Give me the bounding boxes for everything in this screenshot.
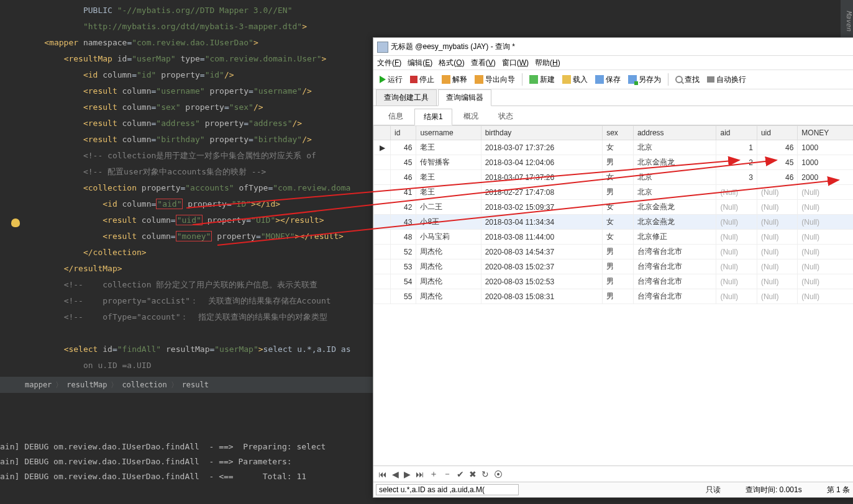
cell[interactable]: 45 [391, 155, 416, 170]
cell[interactable]: 1000 [798, 155, 853, 170]
code-line[interactable]: "http://mybatis.org/dtd/mybatis-3-mapper… [0, 19, 373, 35]
col-header[interactable]: address [633, 126, 716, 140]
cell[interactable] [374, 230, 391, 245]
nav-prev-icon[interactable]: ◀ [392, 469, 399, 479]
nav-ok-icon[interactable]: ✔ [457, 469, 464, 479]
cell[interactable]: 台湾省台北市 [633, 274, 716, 289]
cell[interactable]: 女 [603, 170, 634, 185]
breadcrumb[interactable]: mapper〉resultMap〉collection〉result [0, 377, 398, 393]
main-tabs[interactable]: 查询创建工具查询编辑器 [373, 89, 853, 106]
code-line[interactable]: </collection> [0, 245, 373, 261]
cell[interactable]: 男 [603, 289, 634, 304]
cell[interactable]: 女 [603, 200, 634, 215]
cell[interactable]: (Null) [716, 230, 757, 245]
code-line[interactable]: <result column="uid" property="UID"></re… [0, 212, 373, 228]
table-row[interactable]: ▶46老王2018-03-07 17:37:26女北京1461000 [374, 140, 854, 155]
cell[interactable]: 传智播客 [416, 155, 481, 170]
cell[interactable]: 男 [603, 245, 634, 259]
cell[interactable]: 小马宝莉 [416, 230, 481, 245]
code-line[interactable]: <result column="address" property="addre… [0, 115, 373, 132]
code-line[interactable]: <mapper namespace="com.review.dao.IUserD… [0, 35, 373, 51]
code-line[interactable]: </resultMap> [0, 261, 373, 277]
cell[interactable]: 48 [391, 230, 416, 245]
cell[interactable]: 42 [391, 200, 416, 215]
cell[interactable]: (Null) [716, 259, 757, 274]
cell[interactable]: 2020-08-03 15:02:37 [481, 259, 602, 274]
code-area[interactable]: PUBLIC "-//mybatis.org//DTD Mapper 3.0//… [0, 0, 373, 374]
toolbar-保存[interactable]: 保存 [593, 70, 623, 89]
cell[interactable]: 小二王 [416, 200, 481, 215]
toolbar-载入[interactable]: 载入 [560, 70, 590, 89]
cell[interactable] [374, 215, 391, 230]
cell[interactable]: 女 [603, 140, 634, 155]
cell[interactable]: 老王 [416, 140, 481, 155]
cell[interactable] [374, 170, 391, 185]
result-tabs[interactable]: 信息结果1概况状态 [373, 109, 853, 125]
cell[interactable]: (Null) [757, 274, 797, 289]
cell[interactable] [374, 155, 391, 170]
cell[interactable]: 周杰伦 [416, 274, 481, 289]
code-line[interactable]: <!-- collection是用于建立一对多中集合属性的对应关系 of [0, 148, 373, 164]
toolbar-查找[interactable]: 查找 [673, 70, 702, 89]
col-header[interactable]: username [416, 126, 481, 140]
record-nav-bar[interactable]: ⏮ ◀ ▶ ⏭ ＋ － ✔ ✖ ↻ ⦿ [373, 466, 853, 482]
code-line[interactable]: PUBLIC "-//mybatis.org//DTD Mapper 3.0//… [0, 2, 373, 19]
result-grid[interactable]: idusernamebirthdaysexaddressaiduidMONEY▶… [373, 125, 853, 473]
code-line[interactable]: <result column="birthday" property="birt… [0, 132, 373, 148]
cell[interactable]: 52 [391, 245, 416, 259]
cell[interactable]: 北京 [633, 170, 716, 185]
table-row[interactable]: 45传智播客2018-03-04 12:04:06男北京金燕龙2451000 [374, 155, 854, 170]
nav-next-icon[interactable]: ▶ [404, 469, 411, 479]
cell[interactable] [374, 245, 391, 259]
cell[interactable]: 北京修正 [633, 230, 716, 245]
debug-console[interactable]: ain] DEBUG om.review.dao.IUserDao.findAl… [0, 434, 373, 504]
cell[interactable]: 台湾省台北市 [633, 245, 716, 259]
cell[interactable]: 老王 [416, 170, 481, 185]
cell[interactable]: 台湾省台北市 [633, 289, 716, 304]
toolbar-自动换行[interactable]: 自动换行 [705, 70, 749, 89]
code-line[interactable]: <!-- property="accList"： 关联查询的结果集存储在Acco… [0, 293, 373, 309]
table-row[interactable]: 43小8王2018-03-04 11:34:34女北京金燕龙(Null)(Nul… [374, 215, 854, 230]
col-header[interactable] [374, 126, 391, 140]
menu-item[interactable]: 窗口(W) [502, 58, 529, 67]
cell[interactable]: 女 [603, 215, 634, 230]
cell[interactable]: (Null) [757, 289, 797, 304]
cell[interactable]: 北京金燕龙 [633, 155, 716, 170]
cell[interactable]: 1000 [798, 140, 853, 155]
cell[interactable]: (Null) [757, 230, 797, 245]
cell[interactable]: 男 [603, 274, 634, 289]
col-header[interactable]: MONEY [798, 126, 853, 140]
toolbar[interactable]: 运行停止解释导出向导新建载入保存另存为查找自动换行 [373, 70, 853, 89]
cell[interactable]: 2020-08-03 15:08:31 [481, 289, 602, 304]
code-line[interactable]: <result column="username" property="user… [0, 83, 373, 99]
code-line[interactable]: <id column="id" property="id"/> [0, 67, 373, 83]
cell[interactable]: 男 [603, 185, 634, 200]
cell[interactable]: 小8王 [416, 215, 481, 230]
menu-item[interactable]: 编辑(E) [408, 58, 432, 67]
cell[interactable]: (Null) [798, 274, 853, 289]
cell[interactable]: 43 [391, 215, 416, 230]
cell[interactable]: 男 [603, 259, 634, 274]
toolbar-解释[interactable]: 解释 [439, 70, 470, 89]
cell[interactable]: 2020-08-03 15:02:53 [481, 274, 602, 289]
cell[interactable]: 2020-08-03 14:54:37 [481, 245, 602, 259]
cell[interactable]: 周杰伦 [416, 289, 481, 304]
cell[interactable]: (Null) [798, 230, 853, 245]
cell[interactable]: 2018-03-04 12:04:06 [481, 155, 602, 170]
cell[interactable]: 2018-03-02 15:09:37 [481, 200, 602, 215]
cell[interactable]: (Null) [716, 245, 757, 259]
cell[interactable]: 46 [391, 140, 416, 155]
toolbar-运行[interactable]: 运行 [377, 70, 405, 89]
cell[interactable]: (Null) [798, 245, 853, 259]
nav-refresh-icon[interactable]: ↻ [481, 469, 489, 479]
subtab-0[interactable]: 信息 [380, 109, 412, 125]
cell[interactable]: (Null) [757, 259, 797, 274]
cell[interactable]: 2018-03-07 17:37:26 [481, 170, 602, 185]
cell[interactable]: 2018-03-07 17:37:26 [481, 140, 602, 155]
breadcrumb-item[interactable]: collection [122, 380, 166, 389]
cell[interactable]: (Null) [798, 200, 853, 215]
cell[interactable]: (Null) [716, 289, 757, 304]
nav-del-icon[interactable]: － [443, 469, 452, 480]
toolbar-导出向导[interactable]: 导出向导 [472, 70, 518, 89]
cell[interactable]: 45 [757, 155, 797, 170]
